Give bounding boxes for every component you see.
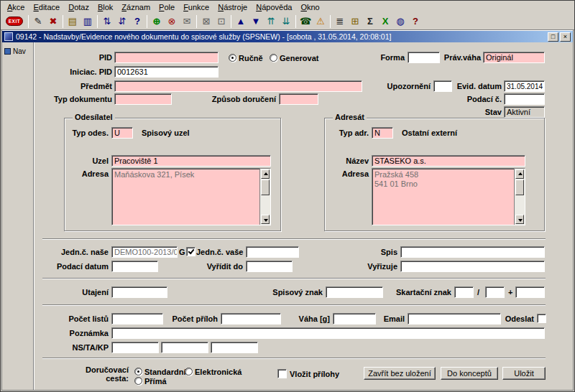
typ-odes-field[interactable]: U: [111, 127, 133, 139]
adresat-adresa-scrollbar[interactable]: [514, 169, 525, 225]
menu-nastroje[interactable]: Nástroje: [213, 2, 252, 12]
podaci-c-field[interactable]: [504, 93, 545, 105]
close-button[interactable]: ×: [560, 32, 571, 42]
skartacni-znak-field-2[interactable]: [485, 286, 505, 298]
scrollbar-thumb[interactable]: [261, 179, 270, 195]
ulozit-button[interactable]: Uložit: [502, 367, 546, 380]
mail-icon[interactable]: ✉: [180, 14, 194, 29]
scroll-down-icon[interactable]: [261, 215, 270, 224]
menu-okno[interactable]: Okno: [296, 2, 323, 12]
book-help-icon[interactable]: ?: [408, 14, 423, 29]
vyridit-do-field[interactable]: [246, 261, 293, 272]
predmet-field[interactable]: [114, 80, 362, 92]
vyrizuje-field[interactable]: [400, 261, 545, 272]
ns-ta-kp-field-2[interactable]: [161, 342, 208, 353]
evid-datum-field[interactable]: 31.05.2014: [504, 80, 545, 92]
menu-akce[interactable]: Akce: [3, 2, 29, 12]
excel-icon[interactable]: X: [378, 14, 392, 29]
radio-prima[interactable]: [134, 377, 142, 385]
menu-dotaz[interactable]: Dotaz: [64, 2, 93, 12]
jedn-c-vase-field[interactable]: [246, 246, 299, 258]
menu-pole[interactable]: Pole: [155, 2, 179, 12]
radio-standardni[interactable]: [134, 368, 142, 375]
nav-node[interactable]: Nav: [2, 42, 33, 60]
pid-field[interactable]: [114, 52, 218, 63]
phone-icon[interactable]: ☎: [298, 14, 313, 29]
utajeni-field[interactable]: [111, 286, 167, 298]
scroll-up-icon[interactable]: [261, 169, 270, 179]
toolbar-separator: [330, 15, 331, 28]
toolbar: EXIT ✎ ✖ ▤ ▥ ⇅ ⇵ ? ⊕ ⊗ ✉ ⊠ ⊡ ▲ ▼ ⇈ ⇊ ☎ ⚠…: [1, 13, 574, 30]
lock-icon[interactable]: ⊠: [199, 14, 213, 29]
globe-icon[interactable]: ◍: [393, 14, 408, 29]
scroll-up-icon[interactable]: [515, 169, 524, 179]
last-record-icon[interactable]: ⇊: [279, 14, 293, 29]
cancel-icon[interactable]: ✖: [46, 14, 60, 29]
typ-dokumentu-field[interactable]: [114, 93, 172, 105]
prav-vaha-field[interactable]: Originál: [483, 52, 545, 63]
skartacni-znak-field-1[interactable]: [454, 286, 474, 298]
ns-ta-kp-field-1[interactable]: [111, 342, 159, 353]
spisovy-znak-field[interactable]: [326, 286, 383, 298]
zavrit-bez-ulozeni-button[interactable]: Zavřít bez uložení: [364, 367, 436, 380]
nazev-field[interactable]: STASEKO a.s.: [372, 155, 525, 167]
pocet-priloh-field[interactable]: [221, 313, 281, 325]
delete-record-icon[interactable]: ⊗: [165, 14, 179, 29]
spis-field[interactable]: [400, 246, 545, 258]
grid-icon[interactable]: ⊞: [348, 14, 362, 29]
warning-icon[interactable]: ⚠: [313, 14, 328, 29]
sort-desc-icon[interactable]: ⇵: [115, 14, 129, 29]
forma-field[interactable]: [408, 52, 440, 63]
odesilatel-adresa-field[interactable]: Maňáskova 321, Písek: [111, 168, 271, 225]
menu-blok[interactable]: Blok: [93, 2, 117, 12]
unlock-icon[interactable]: ⊡: [214, 14, 229, 29]
adresat-adresa-field[interactable]: Pražská 458 541 01 Brno: [372, 168, 525, 225]
menu-funkce[interactable]: Funkce: [179, 2, 213, 12]
toolbar-separator: [295, 15, 296, 28]
open-folder-icon[interactable]: ▤: [65, 14, 80, 29]
odesilatel-adresa-scrollbar[interactable]: [259, 169, 270, 225]
help-icon[interactable]: ?: [130, 14, 144, 29]
podaci-datum-field[interactable]: [111, 261, 158, 272]
vlozit-prilohy-checkbox[interactable]: [277, 369, 287, 378]
radio-rucne[interactable]: [229, 54, 236, 62]
exit-button[interactable]: EXIT: [3, 14, 26, 29]
uzel-field[interactable]: Pracoviště 1: [111, 155, 271, 167]
poznamka-field[interactable]: [111, 327, 545, 339]
window-titlebar[interactable]: 09142 - Nadstavby/Evidence nového dokume…: [2, 31, 573, 42]
iniciac-pid-label: Iniciac. PID: [44, 67, 112, 76]
vaha-field[interactable]: [333, 313, 376, 325]
next-record-icon[interactable]: ▼: [249, 14, 263, 29]
prev-record-icon[interactable]: ▲: [234, 14, 248, 29]
upozorneni-field[interactable]: [433, 80, 452, 92]
menu-editace[interactable]: Editace: [29, 2, 64, 12]
sum-icon[interactable]: Σ: [363, 14, 377, 29]
edit-icon[interactable]: ✎: [31, 14, 45, 29]
sort-asc-icon[interactable]: ⇅: [100, 14, 114, 29]
ns-ta-kp-field-3[interactable]: [211, 342, 258, 353]
first-record-icon[interactable]: ⇈: [264, 14, 278, 29]
list-icon[interactable]: ≣: [333, 14, 347, 29]
pocet-listu-field[interactable]: [111, 313, 163, 325]
zpusob-doruceni-field[interactable]: [279, 93, 318, 105]
radio-elektronicka[interactable]: [185, 368, 193, 375]
restore-button[interactable]: □: [548, 32, 558, 42]
scrollbar-thumb[interactable]: [515, 179, 524, 195]
dorucovaci-cesta-label-1: Doručovací: [80, 365, 129, 374]
email-field[interactable]: [408, 313, 501, 325]
radio-generovat[interactable]: [270, 54, 277, 62]
menu-napoveda[interactable]: Nápověda: [252, 2, 296, 12]
skartacni-znak-field-3[interactable]: [515, 286, 545, 298]
odeslat-checkbox[interactable]: [537, 314, 546, 323]
typ-adr-field[interactable]: N: [372, 127, 393, 139]
do-konceptu-button[interactable]: Do konceptů: [441, 367, 498, 380]
spis-label: Spis: [367, 248, 397, 256]
insert-record-icon[interactable]: ⊕: [150, 14, 164, 29]
save-icon[interactable]: ▥: [80, 14, 95, 29]
g-checkbox[interactable]: [186, 247, 196, 256]
menu-zaznam[interactable]: Záznam: [117, 2, 155, 12]
iniciac-pid-field[interactable]: 0012631: [114, 66, 218, 78]
scroll-down-icon[interactable]: [515, 215, 524, 224]
nazev-label: Název: [328, 157, 369, 165]
jedn-c-nase-field[interactable]: DEMO100-2013/00296: [111, 246, 178, 258]
